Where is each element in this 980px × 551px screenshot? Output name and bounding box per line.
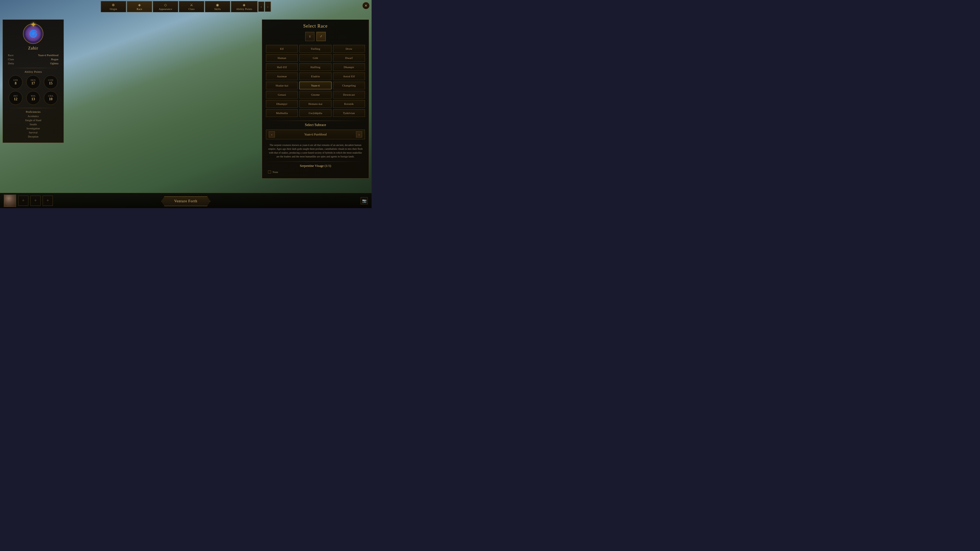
race-tiefling[interactable]: Tiefling <box>299 45 331 52</box>
race-shadar-kai[interactable]: Shadar-kai <box>266 82 298 89</box>
int-value: 12 <box>14 97 18 101</box>
race-half-elf[interactable]: Half-Elf <box>266 63 298 71</box>
subrace-section: Select Subrace ‹ Yuan-ti Pureblood › <box>266 123 365 139</box>
race-downcast[interactable]: Downcast <box>333 91 365 98</box>
race-mushusu[interactable]: Mušhušša <box>266 109 298 117</box>
feature-title: Serpentine Visage (1/1) <box>266 164 365 168</box>
add-character-slot-2[interactable]: + <box>30 196 41 206</box>
race-gwyddpala[interactable]: Gwŷddpâla <box>299 109 331 117</box>
race-halfling[interactable]: Halfling <box>299 63 331 71</box>
ability-int: INT 12 <box>9 91 22 105</box>
nav-arrows: ‹ › <box>258 2 271 12</box>
class-icon: ⚔ <box>190 3 193 7</box>
race-changeling[interactable]: Changeling <box>333 82 365 89</box>
tab-appearance[interactable]: ◇ Appearance <box>153 1 178 12</box>
ability-wis: WIS 13 <box>26 91 40 105</box>
wis-label: WIS <box>31 95 35 97</box>
race-description: The serpent creatures known as yuan-ti a… <box>266 143 365 159</box>
nav-next-arrow[interactable]: › <box>265 2 271 12</box>
venture-forth-button[interactable]: Venture Forth <box>161 197 210 206</box>
proficiency-deception: Deception <box>8 135 59 139</box>
race-drow[interactable]: Drow <box>333 45 365 52</box>
origin-icon: ⊕ <box>112 3 115 7</box>
appearance-icon: ◇ <box>164 3 167 7</box>
camera-button[interactable]: 📷 <box>361 197 368 204</box>
character-name: Zahir <box>28 46 38 51</box>
subrace-title: Select Subrace <box>266 123 365 127</box>
avatar-sun-ornament <box>23 20 43 30</box>
proficiency-survival: Survival <box>8 130 59 135</box>
tab-class[interactable]: ⚔ Class <box>179 1 204 12</box>
proficiency-acrobatics: Acrobatics <box>8 114 59 118</box>
race-panel-title: Select Race <box>266 24 365 29</box>
proficiencies-section: Proficiencies Acrobatics Sleight of Hand… <box>8 110 59 139</box>
tab-origin[interactable]: ⊕ Origin <box>101 1 126 12</box>
proficiency-sleight: Sleight of Hand <box>8 118 59 122</box>
character-portrait-image <box>4 195 16 207</box>
race-dhampyr[interactable]: Dhampyr <box>266 100 298 108</box>
race-yuan-ti[interactable]: Yuan-ti <box>299 82 331 89</box>
add-icon-1: + <box>22 198 24 203</box>
feature-checkbox[interactable] <box>268 170 271 173</box>
race-selection-panel: Select Race ♀ ♂ Elf Tiefling Drow Human … <box>262 19 369 179</box>
feature-none-label: None <box>272 171 278 173</box>
race-gnome[interactable]: Gnome <box>299 91 331 98</box>
tab-skills[interactable]: ◉ Skills <box>205 1 231 12</box>
add-icon-2: + <box>34 198 37 203</box>
ability-dex: DEX 17 <box>26 75 40 89</box>
str-value: 8 <box>15 81 17 86</box>
gender-female-btn[interactable]: ♀ <box>305 32 314 41</box>
nav-prev-arrow[interactable]: ‹ <box>258 2 264 12</box>
deity-value: Oghma <box>50 62 59 65</box>
proficiency-investigation: Investigation <box>8 127 59 130</box>
tab-ability-points[interactable]: ◈ Ability Points <box>231 1 258 12</box>
character-portrait-slot[interactable] <box>4 195 16 207</box>
class-stat-row: Class Rogue <box>8 58 59 61</box>
subrace-prev-arrow[interactable]: ‹ <box>269 131 275 138</box>
race-eladrin[interactable]: Eladrin <box>299 73 331 80</box>
race-genasi[interactable]: Genasi <box>266 91 298 98</box>
tab-race[interactable]: ◈ Race <box>127 1 152 12</box>
gender-selector: ♀ ♂ <box>266 32 365 41</box>
camera-icon: 📷 <box>362 199 366 203</box>
class-label: Class <box>8 58 14 61</box>
cha-value: 10 <box>49 97 52 101</box>
deity-label: Deity <box>8 62 14 65</box>
race-astral-elf[interactable]: Astral Elf <box>333 73 365 80</box>
divider-3 <box>266 121 365 121</box>
ability-points-title: Ability Points <box>8 70 59 73</box>
add-character-slot-1[interactable]: + <box>18 196 28 206</box>
subrace-next-arrow[interactable]: › <box>356 131 362 138</box>
ability-grid: STR 8 DEX 17 CON 15 INT 12 WIS 13 CHA 10 <box>8 75 59 105</box>
race-hemato-kai[interactable]: Hemato-kai <box>299 100 331 108</box>
avatar-frame: 🌀 <box>23 24 43 44</box>
ability-cha: CHA 10 <box>44 91 58 105</box>
race-kresnik[interactable]: Kresnik <box>333 100 365 108</box>
race-dhampir[interactable]: Dhampir <box>333 63 365 71</box>
wis-value: 13 <box>32 97 35 101</box>
character-avatar: 🌀 Zahir <box>8 24 59 51</box>
race-tydelvian[interactable]: Tydelvian <box>333 109 365 117</box>
bottom-bar: + + + Venture Forth 📷 <box>0 193 372 208</box>
cha-label: CHA <box>48 95 53 97</box>
add-icon-3: + <box>46 198 49 203</box>
dex-value: 17 <box>32 81 35 86</box>
subrace-name: Yuan-ti Pureblood <box>304 133 327 137</box>
navigation-bar: ⊕ Origin ◈ Race ◇ Appearance ⚔ Class ◉ S… <box>101 0 271 13</box>
str-label: STR <box>13 79 18 81</box>
race-human[interactable]: Human <box>266 54 298 62</box>
add-character-slot-3[interactable]: + <box>43 196 53 206</box>
feature-none-row: None <box>266 169 365 175</box>
race-elf[interactable]: Elf <box>266 45 298 52</box>
race-dwarf[interactable]: Dwarf <box>333 54 365 62</box>
gender-male-btn[interactable]: ♂ <box>317 32 326 41</box>
race-stat-row: Race Yuan-ti Pureblood <box>8 54 59 57</box>
ability-points-icon: ◈ <box>243 3 246 7</box>
proficiencies-title: Proficiencies <box>8 110 59 113</box>
close-button[interactable]: ✕ <box>363 2 369 9</box>
race-value: Yuan-ti Pureblood <box>38 54 59 57</box>
ability-con: CON 15 <box>44 75 58 89</box>
divider-1 <box>8 68 59 68</box>
race-gith[interactable]: Gith <box>299 54 331 62</box>
race-aasimar[interactable]: Aasimar <box>266 73 298 80</box>
